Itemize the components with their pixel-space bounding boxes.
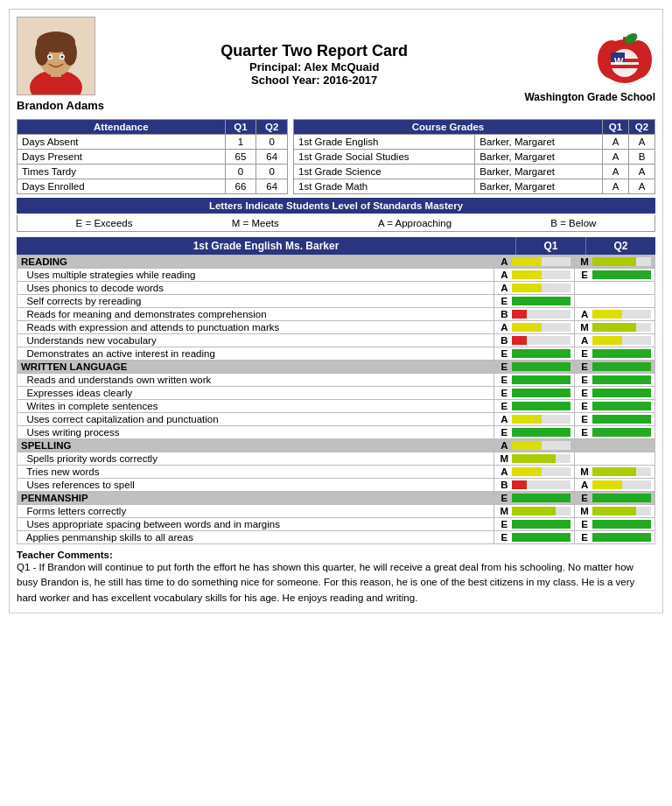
grade-letter: E <box>578 414 591 424</box>
skill-name: Uses references to spell <box>18 479 494 492</box>
grade-q1-header: Q1 <box>515 237 585 255</box>
courses-table: Course Grades Q1 Q2 1st Grade English Ba… <box>293 119 655 194</box>
legend-b: B = Below <box>550 218 596 228</box>
courses-q1-header: Q1 <box>603 120 629 135</box>
grade-letter: B <box>498 335 510 346</box>
grade-cell: M <box>494 452 575 466</box>
grade-bar-container <box>592 362 651 371</box>
grade-letter: E <box>498 296 510 306</box>
grade-cell: A <box>494 269 575 282</box>
skill-row: Uses appropriate spacing between words a… <box>18 518 655 531</box>
grade-bar-container <box>592 389 651 397</box>
grade-letter: E <box>578 401 591 411</box>
grade-bar-fill <box>512 349 570 358</box>
grade-letter: M <box>578 322 591 333</box>
attendance-label: Days Absent <box>18 135 226 150</box>
course-row: 1st Grade English Barker, Margaret A A <box>294 135 655 150</box>
grade-cell: E <box>575 269 655 282</box>
skill-row: Uses correct capitalization and punctuat… <box>18 413 655 426</box>
grade-bar-fill <box>592 362 651 371</box>
grade-bar-fill <box>512 494 570 502</box>
grade-cell <box>575 439 655 452</box>
grade-cell: A <box>494 321 575 334</box>
svg-text:W: W <box>614 56 624 67</box>
skill-row: Spells priority words correctly M <box>18 452 655 466</box>
grade-bar-container <box>512 454 570 463</box>
grade-bar-fill <box>592 494 651 502</box>
grade-cell: E <box>575 531 655 544</box>
skill-row: Uses phonics to decode words A <box>18 282 655 295</box>
grade-bar-container <box>512 362 570 371</box>
grade-bar-fill <box>512 375 570 384</box>
grade-bar-container <box>592 533 651 542</box>
grade-bar-fill <box>512 336 527 345</box>
grade-bar-fill <box>592 402 651 410</box>
category-row: PENMANSHIP E E <box>18 492 655 505</box>
attendance-row: Days Present 65 64 <box>18 150 288 165</box>
skill-row: Understands new vocabulary B A <box>18 334 655 347</box>
grade-cell: E <box>575 518 655 531</box>
svg-point-5 <box>35 39 49 66</box>
course-name: 1st Grade Social Studies <box>294 150 475 165</box>
grade-bar-fill <box>512 270 541 279</box>
tables-row: Attendance Q1 Q2 Days Absent 1 0 Days Pr… <box>17 119 655 194</box>
skill-name: Expresses ideas clearly <box>18 387 494 400</box>
course-name: 1st Grade Science <box>294 165 475 179</box>
course-q2-grade: A <box>629 179 655 194</box>
grade-letter: E <box>578 532 591 543</box>
grade-letter: E <box>498 388 510 398</box>
svg-point-9 <box>49 56 52 59</box>
grade-bar-container <box>592 375 651 384</box>
grade-letter: M <box>498 453 510 464</box>
grade-bar-container <box>512 494 570 502</box>
grade-bar-container <box>512 467 570 476</box>
grade-bar-container <box>512 336 570 345</box>
course-q1-grade: A <box>603 179 629 194</box>
header: Brandon Adams Quarter Two Report Card Pr… <box>17 17 655 112</box>
grade-cell: E <box>494 347 575 361</box>
grade-bar-container <box>512 520 570 529</box>
category-name: SPELLING <box>18 439 494 452</box>
grade-bar-fill <box>512 362 570 371</box>
attendance-q2-val: 0 <box>256 135 288 150</box>
attendance-q1-val: 1 <box>225 135 256 150</box>
grade-bar-fill <box>512 310 527 319</box>
attendance-row: Times Tardy 0 0 <box>18 165 288 179</box>
grade-bar-container <box>592 323 651 332</box>
attendance-header: Attendance <box>18 120 226 135</box>
grade-letter: E <box>578 270 591 280</box>
grade-bar-fill <box>512 454 556 463</box>
school-name: Washington Grade School <box>524 91 655 103</box>
grade-cell: E <box>575 347 655 361</box>
grade-cell: A <box>575 479 655 492</box>
legend-a: A = Approaching <box>378 218 452 228</box>
grade-bar-fill <box>512 257 541 266</box>
grade-bar-container <box>592 310 651 319</box>
skill-name: Applies penmanship skills to all areas <box>18 531 494 544</box>
category-row: WRITTEN LANGUAGE E E <box>18 361 655 374</box>
grade-letter: A <box>498 414 510 424</box>
grade-bar-container <box>512 389 570 397</box>
grade-cell: E <box>575 426 655 439</box>
grade-cell: E <box>494 492 575 505</box>
skill-name: Uses multiple strategies while reading <box>18 269 494 282</box>
grade-cell: A <box>494 256 575 269</box>
skill-row: Expresses ideas clearly E E <box>18 387 655 400</box>
grade-bar-fill <box>512 415 541 424</box>
grade-cell: B <box>494 479 575 492</box>
skill-name: Reads with expression and attends to pun… <box>18 321 494 334</box>
skill-name: Forms letters correctly <box>18 505 494 518</box>
report-title: Quarter Two Report Card <box>104 42 525 60</box>
category-name: WRITTEN LANGUAGE <box>18 361 494 374</box>
skill-name: Demonstrates an active interest in readi… <box>18 347 494 361</box>
grade-bar-fill <box>592 257 636 266</box>
legend-m: M = Meets <box>232 218 279 228</box>
grade-bar-fill <box>592 323 636 332</box>
grade-bar-container <box>512 402 570 410</box>
svg-point-6 <box>63 39 77 66</box>
grade-bar-fill <box>512 402 570 410</box>
grade-letter: M <box>578 466 591 477</box>
grade-letter: M <box>578 506 591 516</box>
grade-bar-fill <box>592 467 636 476</box>
grade-letter: A <box>578 309 591 319</box>
